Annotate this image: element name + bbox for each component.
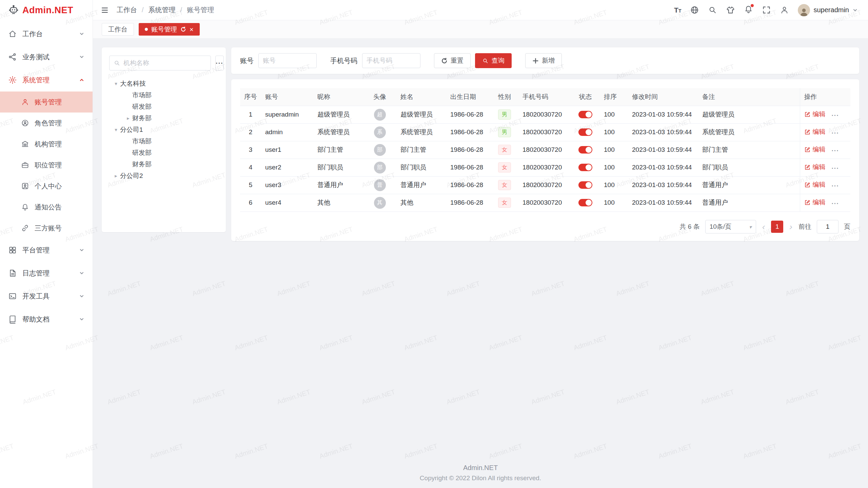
breadcrumb-item[interactable]: 工作台: [117, 5, 137, 15]
reset-button[interactable]: 重置: [434, 53, 471, 68]
next-page-button[interactable]: [789, 222, 793, 231]
row-more-button[interactable]: [832, 182, 839, 189]
tree-leaf[interactable]: 财务部: [109, 159, 218, 170]
tab-account-management[interactable]: 账号管理: [139, 23, 200, 36]
refresh-icon[interactable]: [180, 26, 186, 32]
caret-down-icon[interactable]: [112, 81, 120, 87]
account-input[interactable]: [258, 53, 317, 68]
close-icon[interactable]: [190, 26, 194, 33]
sidebar-subitem-profile[interactable]: 个人中心: [0, 176, 93, 197]
sidebar-subitem-label: 通知公告: [35, 203, 62, 212]
avatar: 普: [374, 179, 386, 191]
edit-button[interactable]: 编辑: [804, 145, 826, 154]
font-size-icon[interactable]: [674, 6, 681, 14]
notifications-bell-icon[interactable]: [744, 5, 753, 15]
caret-right-icon[interactable]: [124, 115, 132, 121]
row-more-button[interactable]: [832, 200, 839, 207]
sidebar-item-system[interactable]: 系统管理: [0, 68, 93, 92]
sidebar-item-devtools[interactable]: 开发工具: [0, 285, 93, 308]
tree-group[interactable]: 分公司2: [109, 170, 218, 182]
sidebar-subitem-account[interactable]: 账号管理: [0, 92, 93, 113]
status-toggle[interactable]: [578, 146, 592, 154]
cell-avatar: 系: [363, 123, 396, 141]
org-search-input[interactable]: [123, 59, 206, 67]
tree-group[interactable]: 分公司1: [109, 124, 218, 136]
sidebar-item-workbench[interactable]: 工作台: [0, 22, 93, 45]
globe-icon[interactable]: [690, 5, 699, 15]
logo: Admin.NET: [0, 0, 93, 20]
cell-nickname: 部门主管: [313, 141, 363, 159]
search-icon[interactable]: [708, 5, 717, 15]
tree-leaf[interactable]: 财务部: [109, 113, 218, 124]
tree-leaf[interactable]: 市场部: [109, 136, 218, 147]
profile-icon[interactable]: [780, 5, 789, 15]
caret-right-icon[interactable]: [112, 173, 120, 179]
cell-remark: 部门主管: [698, 141, 800, 159]
chevron-up-icon: [79, 77, 84, 83]
column-header: 昵称: [313, 88, 363, 106]
add-button[interactable]: 新增: [525, 53, 562, 68]
prev-page-button[interactable]: [762, 222, 766, 231]
edit-button[interactable]: 编辑: [804, 110, 826, 119]
sidebar-item-help[interactable]: 帮助文档: [0, 308, 93, 331]
theme-icon[interactable]: [726, 5, 735, 15]
tree-leaf[interactable]: 研发部: [109, 147, 218, 159]
cell-gender: 女: [491, 176, 518, 194]
cell-birth: 1986-06-28: [446, 194, 491, 211]
edit-icon: [804, 199, 811, 206]
fullscreen-icon[interactable]: [762, 5, 771, 15]
tab-workbench[interactable]: 工作台: [102, 23, 134, 36]
row-more-button[interactable]: [832, 165, 839, 172]
sidebar-subitem-role[interactable]: 角色管理: [0, 113, 93, 134]
edit-button[interactable]: 编辑: [804, 127, 826, 136]
goto-page-input[interactable]: [817, 220, 839, 233]
org-tree: 大名科技 市场部 研发部 财务部: [109, 78, 218, 182]
sidebar-subitem-org[interactable]: 机构管理: [0, 134, 93, 155]
table-row: 5user3普通用户普普通用户1986-06-28女18020030720100…: [240, 176, 850, 194]
sidebar-item-label: 日志管理: [22, 269, 74, 278]
hamburger-menu-icon[interactable]: [100, 6, 109, 15]
row-more-button[interactable]: [832, 147, 839, 154]
cell-actions: 编辑: [800, 141, 850, 159]
bank-icon: [21, 140, 29, 148]
column-header: 排序: [600, 88, 628, 106]
toggle-knob: [586, 129, 592, 135]
status-toggle[interactable]: [578, 164, 592, 171]
breadcrumb-item[interactable]: 系统管理: [149, 5, 176, 15]
user-menu[interactable]: superadmin: [798, 4, 858, 16]
status-toggle[interactable]: [578, 111, 592, 118]
edit-button[interactable]: 编辑: [804, 163, 826, 171]
cell-account: user4: [261, 194, 313, 211]
chevron-left-icon: [762, 222, 765, 232]
status-toggle[interactable]: [578, 199, 592, 206]
avatar: 部: [374, 144, 386, 156]
tree-node-label: 市场部: [132, 137, 152, 146]
cell-name: 其他: [396, 194, 446, 211]
search-label: 查询: [492, 56, 505, 65]
search-button[interactable]: 查询: [475, 53, 512, 68]
edit-button[interactable]: 编辑: [804, 180, 826, 189]
gender-tag: 男: [498, 109, 511, 120]
sidebar-subitem-position[interactable]: 职位管理: [0, 155, 93, 176]
sidebar-item-business-test[interactable]: 业务测试: [0, 45, 93, 68]
tree-node-label: 财务部: [132, 114, 152, 123]
row-more-button[interactable]: [832, 129, 839, 137]
sidebar-subitem-third-party[interactable]: 三方账号: [0, 218, 93, 239]
tree-leaf[interactable]: 研发部: [109, 101, 218, 113]
sidebar-item-platform[interactable]: 平台管理: [0, 239, 93, 262]
sidebar-subitem-notice[interactable]: 通知公告: [0, 197, 93, 218]
current-page-button[interactable]: 1: [771, 221, 783, 233]
status-toggle[interactable]: [578, 181, 592, 189]
tree-more-button[interactable]: [215, 56, 224, 70]
tree-group[interactable]: 大名科技: [109, 78, 218, 89]
edit-button[interactable]: 编辑: [804, 198, 826, 207]
tree-leaf[interactable]: 市场部: [109, 89, 218, 101]
status-toggle[interactable]: [578, 128, 592, 136]
chevron-down-icon: [749, 223, 752, 230]
sidebar-item-log[interactable]: 日志管理: [0, 262, 93, 285]
caret-down-icon[interactable]: [112, 127, 120, 133]
phone-input[interactable]: [362, 53, 420, 68]
plus-icon: [532, 58, 539, 64]
page-size-select[interactable]: 10条/页: [705, 220, 756, 233]
row-more-button[interactable]: [832, 112, 839, 119]
